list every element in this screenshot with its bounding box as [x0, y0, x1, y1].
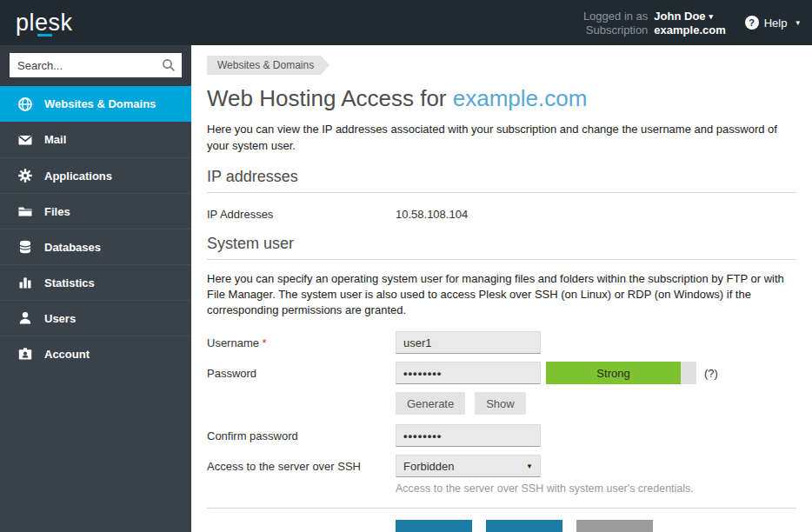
password-strength-help-link[interactable]: (?): [704, 367, 718, 380]
subscription-label: Subscription: [583, 23, 648, 37]
password-buttons-row: Generate Show: [207, 392, 796, 415]
page-title: Web Hosting Access for example.com: [207, 85, 796, 112]
sidebar-item-files[interactable]: Files: [0, 193, 191, 229]
plesk-logo-text: plesk: [16, 10, 73, 36]
help-label: Help: [764, 17, 788, 30]
password-label: Password: [207, 367, 396, 380]
folder-icon: [17, 203, 33, 219]
system-user-heading: System user: [207, 235, 796, 260]
logged-in-as-label: Logged in as: [583, 10, 648, 23]
chevron-down-icon: ▾: [795, 18, 800, 27]
password-field[interactable]: [396, 362, 541, 384]
dropdown-caret-icon: ▼: [526, 462, 533, 470]
username-field[interactable]: [396, 331, 541, 354]
ok-button[interactable]: OK: [396, 520, 472, 532]
user-name: John Doe: [654, 10, 705, 23]
required-fields-note: * Required fields: [207, 529, 396, 532]
search-input[interactable]: [10, 53, 182, 77]
username-label-text: Username: [207, 336, 259, 349]
apply-button[interactable]: Apply: [486, 520, 562, 532]
plesk-logo[interactable]: plesk: [16, 10, 73, 37]
cancel-button[interactable]: Cancel: [576, 520, 653, 532]
help-menu[interactable]: ? Help ▾: [745, 16, 800, 30]
ip-addresses-value: 10.58.108.104: [396, 208, 468, 221]
ssh-access-hint: Access to the server over SSH with syste…: [396, 482, 694, 495]
confirm-password-field[interactable]: [396, 424, 541, 447]
domain-link[interactable]: example.com: [453, 85, 588, 111]
mail-icon: [17, 132, 33, 148]
chevron-down-icon: ▾: [709, 12, 714, 21]
intro-text: Here you can view the IP addresses assoc…: [207, 121, 796, 154]
ssh-access-select[interactable]: Forbidden ▼: [396, 455, 541, 477]
ip-addresses-row: IP Addresses 10.58.108.104: [207, 208, 796, 221]
sidebar: Websites & Domains Mail: [0, 45, 191, 532]
username-row: Username *: [207, 331, 796, 354]
ssh-access-row: Access to the server over SSH Forbidden …: [207, 455, 796, 477]
sidebar-item-websites-domains[interactable]: Websites & Domains: [0, 86, 191, 122]
subscription-value: example.com: [654, 23, 725, 37]
top-bar: plesk Logged in as John Doe▾ Subscriptio…: [0, 0, 812, 45]
required-marker: *: [263, 336, 267, 349]
ip-addresses-heading: IP addresses: [207, 168, 796, 193]
password-strength-badge: Strong: [546, 362, 681, 384]
sidebar-item-mail[interactable]: Mail: [0, 122, 191, 157]
ssh-access-selected-value: Forbidden: [403, 460, 455, 473]
sidebar-item-databases[interactable]: Databases: [0, 229, 191, 264]
breadcrumb[interactable]: Websites & Domains: [207, 56, 321, 75]
system-user-description: Here you can specify an operating system…: [207, 271, 796, 318]
sidebar-item-label: Databases: [44, 241, 101, 254]
sidebar-item-users[interactable]: Users: [0, 300, 191, 336]
sidebar-item-label: Users: [44, 312, 76, 325]
sidebar-item-label: Account: [44, 348, 90, 361]
sidebar-item-label: Applications: [44, 170, 112, 183]
confirm-password-row: Confirm password: [207, 424, 796, 447]
sidebar-nav: Websites & Domains Mail: [0, 86, 191, 371]
page-title-text: Web Hosting Access for: [207, 85, 453, 111]
ip-addresses-label: IP Addresses: [207, 208, 396, 221]
password-row: Password Strong (?): [207, 362, 796, 384]
plesk-logo-underline: [37, 34, 52, 37]
help-icon: ?: [745, 16, 759, 30]
globe-icon: [17, 96, 33, 112]
sidebar-item-label: Mail: [44, 133, 66, 146]
confirm-password-label: Confirm password: [207, 429, 396, 442]
id-card-icon: [17, 346, 33, 362]
show-button[interactable]: Show: [475, 392, 526, 415]
username-label: Username *: [207, 336, 396, 349]
ssh-access-label: Access to the server over SSH: [207, 460, 396, 473]
form-footer: * Required fields OK Apply Cancel: [207, 520, 796, 532]
user-icon: [17, 310, 33, 326]
sidebar-item-statistics[interactable]: Statistics: [0, 264, 191, 300]
database-icon: [17, 239, 33, 255]
ssh-hint-row: Access to the server over SSH with syste…: [207, 482, 796, 495]
password-strength-meter: Strong: [546, 362, 696, 384]
sidebar-item-label: Websites & Domains: [44, 97, 156, 110]
sidebar-item-label: Files: [44, 205, 70, 218]
session-info: Logged in as John Doe▾ Subscription exam…: [583, 10, 726, 37]
search-icon: [162, 58, 176, 72]
sidebar-item-label: Statistics: [44, 276, 95, 289]
sidebar-item-account[interactable]: Account: [0, 336, 191, 371]
generate-button[interactable]: Generate: [396, 392, 465, 415]
user-menu[interactable]: John Doe▾: [654, 10, 725, 23]
top-bar-right: Logged in as John Doe▾ Subscription exam…: [583, 10, 800, 37]
footer-divider: [207, 508, 796, 509]
bar-chart-icon: [17, 275, 33, 290]
sidebar-item-applications[interactable]: Applications: [0, 157, 191, 193]
search-box: [0, 45, 191, 86]
main-content: Websites & Domains Web Hosting Access fo…: [191, 45, 812, 532]
gear-icon: [17, 168, 33, 183]
required-note-text: Required fields: [211, 529, 290, 532]
